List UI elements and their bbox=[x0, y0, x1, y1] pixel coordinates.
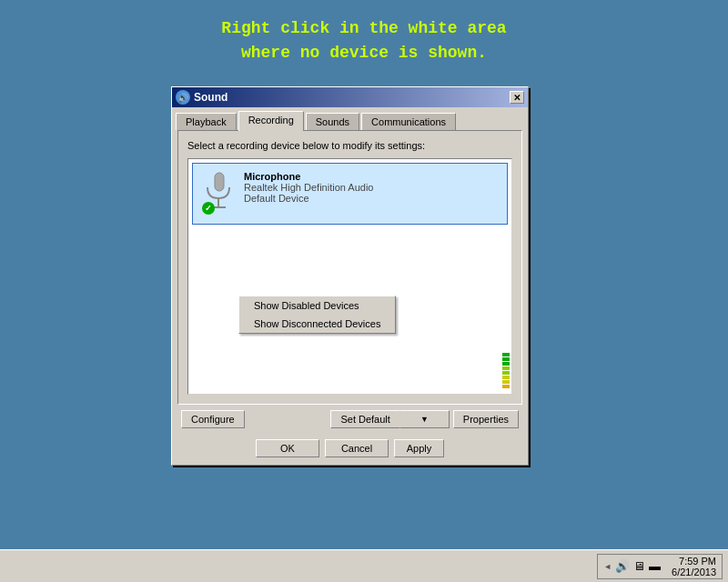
properties-button[interactable]: Properties bbox=[453, 410, 519, 428]
dialog-footer: Configure Set Default ▼ Properties bbox=[172, 405, 528, 434]
instruction-line2: where no device is shown. bbox=[0, 41, 728, 65]
set-default-button[interactable]: Set Default bbox=[330, 410, 399, 428]
device-driver: Realtek High Definition Audio bbox=[244, 182, 500, 193]
level-bars bbox=[500, 163, 511, 390]
taskbar-chevron[interactable]: ◄ bbox=[603, 562, 612, 571]
close-button[interactable]: ✕ bbox=[510, 91, 524, 104]
set-default-dropdown[interactable]: ▼ bbox=[399, 410, 450, 428]
tab-bar: Playback Recording Sounds Communications bbox=[172, 107, 528, 130]
svg-rect-0 bbox=[215, 173, 224, 191]
network-icon[interactable]: 🖥 bbox=[633, 559, 645, 573]
device-status: Default Device bbox=[244, 193, 500, 204]
display-icon[interactable]: ▬ bbox=[649, 559, 661, 573]
taskbar-clock: 7:59 PM 6/21/2013 bbox=[672, 556, 716, 577]
device-item-microphone[interactable]: ✓ Microphone Realtek High Definition Aud… bbox=[192, 163, 508, 225]
instruction-line1: Right click in the white area bbox=[0, 16, 728, 41]
device-name: Microphone bbox=[244, 171, 500, 182]
tab-playback[interactable]: Playback bbox=[176, 113, 237, 130]
tab-recording[interactable]: Recording bbox=[238, 111, 304, 131]
taskbar-icons: ◄ 🔊 🖥 ▬ 7:59 PM 6/21/2013 bbox=[597, 554, 723, 579]
context-menu: Show Disabled Devices Show Disconnected … bbox=[238, 296, 396, 334]
dialog-icon: 🔊 bbox=[176, 90, 190, 105]
dialog-titlebar: 🔊 Sound ✕ bbox=[172, 87, 528, 107]
tab-content-recording: Select a recording device below to modif… bbox=[177, 130, 522, 405]
clock-date: 6/21/2013 bbox=[672, 567, 716, 577]
default-device-badge: ✓ bbox=[202, 202, 215, 215]
apply-button[interactable]: Apply bbox=[394, 439, 444, 457]
dialog-title: Sound bbox=[194, 91, 510, 104]
device-list[interactable]: ✓ Microphone Realtek High Definition Aud… bbox=[187, 158, 512, 395]
device-icon: ✓ bbox=[200, 171, 237, 216]
volume-icon[interactable]: 🔊 bbox=[615, 559, 630, 573]
clock-time: 7:59 PM bbox=[672, 556, 716, 567]
context-menu-show-disabled[interactable]: Show Disabled Devices bbox=[239, 296, 395, 315]
tab-sounds[interactable]: Sounds bbox=[306, 113, 359, 130]
context-menu-show-disconnected[interactable]: Show Disconnected Devices bbox=[239, 315, 395, 333]
tab-description: Select a recording device below to modif… bbox=[187, 140, 512, 151]
set-default-group: Set Default ▼ bbox=[330, 410, 449, 428]
ok-button[interactable]: OK bbox=[256, 439, 319, 457]
taskbar: ◄ 🔊 🖥 ▬ 7:59 PM 6/21/2013 bbox=[0, 549, 728, 582]
sound-dialog: 🔊 Sound ✕ Playback Recording Sounds Comm… bbox=[171, 86, 529, 466]
instruction-area: Right click in the white area where no d… bbox=[0, 0, 728, 65]
configure-button[interactable]: Configure bbox=[181, 410, 245, 428]
dialog-ok-cancel: OK Cancel Apply bbox=[172, 434, 528, 465]
cancel-button[interactable]: Cancel bbox=[325, 439, 389, 457]
footer-right: Set Default ▼ Properties bbox=[330, 410, 519, 428]
device-info: Microphone Realtek High Definition Audio… bbox=[244, 171, 500, 204]
tab-communications[interactable]: Communications bbox=[361, 113, 456, 130]
